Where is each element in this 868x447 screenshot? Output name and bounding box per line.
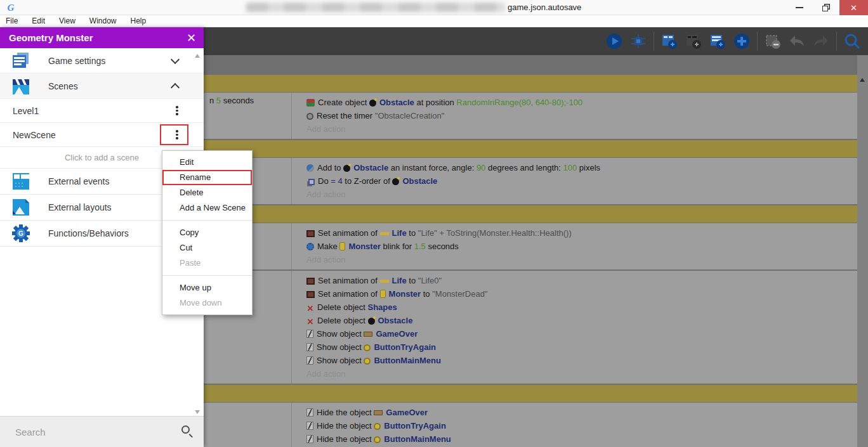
event-text: seconds — [426, 242, 459, 251]
action-row[interactable]: Show object GameOver — [306, 327, 857, 340]
life-icon — [380, 232, 389, 235]
event-text: Delete object — [317, 316, 368, 325]
panel-scroll-up-icon[interactable] — [195, 54, 200, 58]
add-action-placeholder[interactable]: Add action — [306, 124, 345, 134]
context-menu-item-paste[interactable]: Paste — [162, 256, 252, 271]
scroll-up-icon[interactable] — [860, 78, 865, 82]
create-object-icon — [306, 99, 315, 107]
add-new-button[interactable] — [730, 30, 754, 53]
menu-bar: FileEditViewWindowHelp — [0, 15, 868, 27]
add-external-layout-button[interactable] — [706, 30, 730, 53]
menu-file[interactable]: File — [0, 16, 25, 25]
toolbar-separator — [654, 32, 654, 51]
restore-button[interactable] — [813, 0, 839, 15]
event-group-band[interactable] — [204, 205, 857, 223]
event-group-band[interactable] — [204, 140, 857, 157]
section-label: Game settings — [48, 56, 105, 66]
context-menu-item-cut[interactable]: Cut — [162, 240, 252, 256]
play-button[interactable] — [602, 30, 626, 53]
section-game-settings[interactable]: Game settings — [0, 48, 204, 74]
context-menu-item-edit[interactable]: Edit — [162, 155, 252, 170]
menu-window[interactable]: Window — [82, 16, 124, 25]
event-group-band[interactable] — [204, 385, 857, 402]
event-row[interactable]: n 5 secondsCreate object Obstacle at pos… — [204, 93, 857, 139]
event-text: Hide the object — [317, 408, 374, 417]
minimize-button[interactable] — [786, 0, 813, 15]
action-row[interactable]: Set animation of Monster to "MonsterDead… — [306, 287, 857, 301]
conditions-cell[interactable]: n 5 seconds — [204, 93, 292, 139]
menu-view[interactable]: View — [52, 16, 82, 25]
menu-help[interactable]: Help — [124, 16, 154, 25]
debug-button[interactable] — [626, 30, 650, 53]
action-row[interactable]: Hide the object ButtonMainMenu — [306, 432, 857, 446]
section-scenes[interactable]: Scenes — [0, 74, 204, 99]
add-action-row[interactable]: Add action — [306, 122, 857, 136]
add-action-row[interactable]: Add action — [306, 253, 857, 266]
redo-button[interactable] — [809, 30, 833, 53]
event-row[interactable]: Add to Obstacle an instant force, angle:… — [204, 158, 857, 204]
functions-behaviors-icon: G — [11, 224, 30, 243]
event-text: Show object — [317, 329, 364, 339]
chevron-up-icon[interactable] — [171, 82, 180, 91]
action-row[interactable]: Reset the timer "ObstacleCreation" — [306, 109, 857, 122]
action-row[interactable]: Make Monster blink for 1.5 seconds — [306, 240, 857, 253]
add-action-placeholder[interactable]: Add action — [306, 190, 345, 199]
event-row[interactable]: Hide the object GameOverHide the object … — [204, 403, 857, 447]
action-row[interactable]: Create object Obstacle at position Rando… — [306, 96, 857, 109]
action-row[interactable]: Do = 4 to Z-order of Obstacle — [306, 174, 857, 188]
monster-icon — [380, 290, 386, 298]
event-row[interactable]: Set animation of Life to "Life" + ToStri… — [204, 223, 857, 269]
context-menu-item-move-up[interactable]: Move up — [162, 280, 252, 295]
action-row[interactable]: ✕Delete object Shapes — [306, 301, 857, 314]
project-title: Geometry Monster — [9, 32, 93, 43]
undo-button[interactable] — [785, 30, 809, 53]
scene-label: NewScene — [13, 130, 56, 140]
close-panel-icon[interactable]: ✕ — [187, 32, 196, 44]
search-icon[interactable] — [181, 425, 190, 434]
event-text: 1.5 — [414, 242, 426, 251]
event-text: = 4 — [331, 176, 342, 186]
conditions-cell[interactable] — [204, 403, 292, 447]
add-scene-icon — [661, 32, 678, 50]
add-external-events-button[interactable] — [681, 30, 706, 53]
action-row[interactable]: Hide the object ButtonTryAgain — [306, 419, 857, 432]
animation-icon — [306, 230, 315, 237]
event-row[interactable]: Set animation of Life to "Life0"Set anim… — [204, 271, 857, 384]
menu-edit[interactable]: Edit — [25, 16, 52, 25]
add-action-placeholder[interactable]: Add action — [306, 255, 345, 264]
toolbar-separator — [836, 32, 837, 51]
action-row[interactable]: Hide the object GameOver — [306, 406, 857, 419]
context-menu-item-delete[interactable]: Delete — [162, 185, 252, 200]
add-scene-button[interactable] — [657, 30, 681, 53]
action-row[interactable]: Set animation of Life to "Life0" — [306, 274, 857, 287]
context-menu-item-rename[interactable]: Rename — [162, 170, 252, 185]
panel-scroll-down-icon[interactable] — [195, 410, 200, 414]
action-row[interactable]: Show object ButtonTryAgain — [306, 340, 857, 354]
search-button[interactable] — [840, 30, 864, 53]
context-menu-item-copy[interactable]: Copy — [162, 225, 252, 240]
action-row[interactable]: Show object ButtonMainMenu — [306, 354, 857, 367]
event-group-band[interactable] — [204, 75, 857, 92]
action-row[interactable]: Add to Obstacle an instant force, angle:… — [306, 161, 857, 174]
object-name: Life — [392, 276, 407, 285]
chevron-down-icon[interactable] — [171, 55, 180, 63]
context-menu-item-add-a-new-scene[interactable]: Add a New Scene — [162, 200, 252, 216]
add-external-layout-icon — [709, 32, 727, 50]
context-menu-item-move-down[interactable]: Move down — [162, 295, 252, 311]
annotation-box-newscene-menu — [160, 124, 188, 145]
search-input[interactable] — [15, 427, 168, 437]
object-name: ButtonMainMenu — [374, 356, 440, 365]
scene-item-level1[interactable]: Level1 — [0, 99, 204, 123]
add-action-row[interactable]: Add action — [306, 367, 857, 380]
add-action-placeholder[interactable]: Add action — [306, 369, 345, 379]
add-new-icon — [733, 32, 751, 50]
events-scrollbar[interactable] — [857, 55, 868, 447]
toolbar-separator — [757, 32, 758, 51]
scene-options-kebab-icon[interactable] — [171, 103, 183, 119]
add-action-row[interactable]: Add action — [306, 188, 857, 201]
force-icon — [306, 164, 314, 172]
action-row[interactable]: Set animation of Life to "Life" + ToStri… — [306, 226, 857, 240]
action-row[interactable]: ✕Delete object Obstacle — [306, 314, 857, 327]
remove-scene-button[interactable] — [761, 30, 785, 53]
close-window-button[interactable]: ✕ — [839, 0, 868, 15]
